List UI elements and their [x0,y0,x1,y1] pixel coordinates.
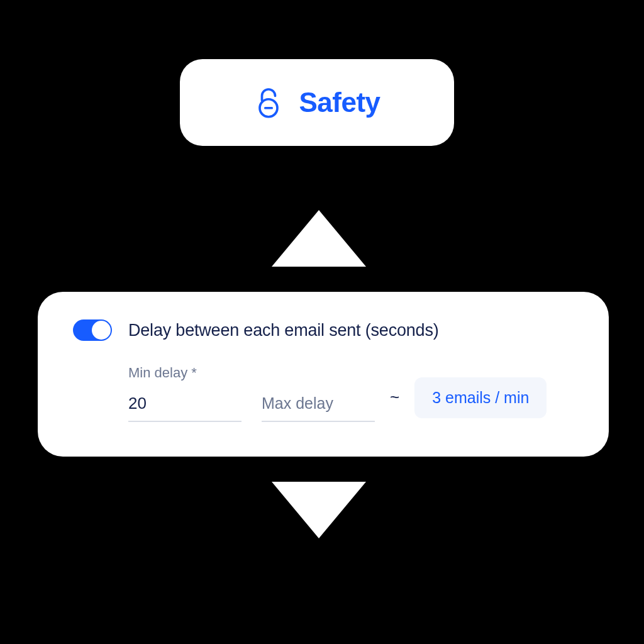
delay-settings-card: Delay between each email sent (seconds) … [38,292,609,457]
range-tilde: ~ [390,387,399,422]
delay-fields-row: Min delay * ~ 3 emails / min [128,365,574,422]
delay-title: Delay between each email sent (seconds) [128,321,438,340]
min-delay-label: Min delay * [128,365,242,381]
delay-toggle[interactable] [73,319,112,341]
safety-header-label: Safety [299,87,380,118]
arrow-down-icon[interactable] [272,482,366,538]
toggle-knob [92,321,111,340]
max-delay-field [262,365,375,422]
arrow-up-icon[interactable] [272,210,366,267]
max-delay-input[interactable] [262,392,375,422]
safety-header-pill: Safety [180,59,454,146]
min-delay-field: Min delay * [128,365,242,422]
unlock-icon [253,85,284,120]
max-delay-label [262,365,375,381]
delay-toggle-row: Delay between each email sent (seconds) [73,319,574,341]
rate-badge: 3 emails / min [414,377,547,418]
min-delay-input[interactable] [128,392,242,422]
